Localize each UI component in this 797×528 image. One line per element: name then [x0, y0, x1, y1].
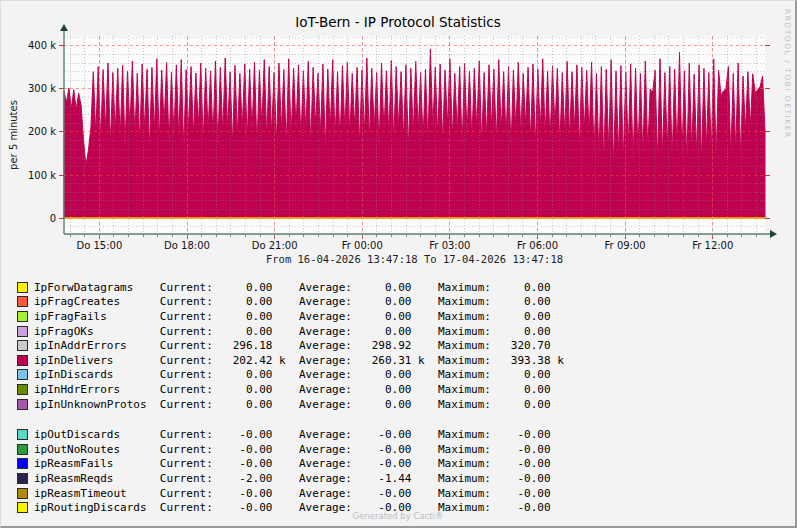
svg-text:Do 21:00: Do 21:00	[252, 240, 298, 251]
legend-color-swatch	[17, 296, 28, 307]
legend-row: ipFragFails Current: 0.00 Average: 0.00 …	[17, 309, 564, 324]
legend-row-text: ipReasmFails Current: -0.00 Average: -0.…	[34, 458, 564, 469]
legend-row-text: ipInUnknownProtos Current: 0.00 Average:…	[34, 399, 564, 410]
legend-row-text: ipFragFails Current: 0.00 Average: 0.00 …	[34, 311, 564, 322]
legend-row-text: ipInAddrErrors Current: 296.18 Average: …	[34, 340, 564, 351]
legend-row-text: ipFragCreates Current: 0.00 Average: 0.0…	[34, 296, 564, 307]
svg-text:Fr 00:00: Fr 00:00	[342, 240, 383, 251]
svg-text:300 k: 300 k	[28, 83, 56, 94]
legend-row: ipFragCreates Current: 0.00 Average: 0.0…	[17, 295, 564, 310]
legend-color-swatch	[17, 311, 28, 322]
svg-text:Fr 12:00: Fr 12:00	[692, 240, 733, 251]
svg-text:100 k: 100 k	[28, 170, 56, 181]
legend-row: IpForwDatagrams Current: 0.00 Average: 0…	[17, 280, 564, 295]
generated-by-cacti-label: Generated by Cacti®	[1, 511, 795, 521]
legend-row-text: ipInHdrErrors Current: 0.00 Average: 0.0…	[34, 384, 564, 395]
legend-color-swatch	[17, 369, 28, 380]
cacti-graph-image: IoT-Bern - IP Protocol Statistics RRDTOO…	[0, 0, 797, 528]
legend-group-spacer	[17, 411, 564, 427]
svg-text:200 k: 200 k	[28, 126, 56, 137]
svg-text:Fr 03:00: Fr 03:00	[429, 240, 470, 251]
legend-row: ipReasmFails Current: -0.00 Average: -0.…	[17, 457, 564, 472]
svg-text:Fr 09:00: Fr 09:00	[605, 240, 646, 251]
legend-color-swatch	[17, 340, 28, 351]
graph-legend: IpForwDatagrams Current: 0.00 Average: 0…	[17, 280, 564, 515]
legend-row-text: ipOutDiscards Current: -0.00 Average: -0…	[34, 429, 564, 440]
legend-color-swatch	[17, 429, 28, 440]
legend-group: IpForwDatagrams Current: 0.00 Average: 0…	[17, 280, 564, 411]
legend-row-text: IpForwDatagrams Current: 0.00 Average: 0…	[34, 282, 564, 293]
svg-text:Fr 06:00: Fr 06:00	[517, 240, 558, 251]
svg-text:400 k: 400 k	[28, 40, 56, 51]
y-axis-arrow-icon	[60, 24, 68, 31]
legend-row: ipOutDiscards Current: -0.00 Average: -0…	[17, 427, 564, 442]
legend-color-swatch	[17, 444, 28, 455]
legend-row: ipInAddrErrors Current: 296.18 Average: …	[17, 338, 564, 353]
legend-row: ipInDelivers Current: 202.42 k Average: …	[17, 353, 564, 368]
legend-row: ipReasmReqds Current: -2.00 Average: -1.…	[17, 471, 564, 486]
legend-color-swatch	[17, 473, 28, 484]
legend-color-swatch	[17, 488, 28, 499]
legend-row: ipInHdrErrors Current: 0.00 Average: 0.0…	[17, 382, 564, 397]
legend-color-swatch	[17, 384, 28, 395]
legend-row-text: ipFragOKs Current: 0.00 Average: 0.00 Ma…	[34, 326, 564, 337]
legend-group: ipOutDiscards Current: -0.00 Average: -0…	[17, 427, 564, 515]
legend-color-swatch	[17, 282, 28, 293]
legend-row-text: ipInDiscards Current: 0.00 Average: 0.00…	[34, 369, 564, 380]
svg-text:Do 18:00: Do 18:00	[164, 240, 210, 251]
x-axis-arrow-icon	[770, 230, 777, 238]
legend-row: ipInDiscards Current: 0.00 Average: 0.00…	[17, 368, 564, 383]
legend-color-swatch	[17, 399, 28, 410]
svg-text:Do 15:00: Do 15:00	[76, 240, 122, 251]
legend-row-text: ipOutNoRoutes Current: -0.00 Average: -0…	[34, 444, 564, 455]
legend-row: ipReasmTimeout Current: -0.00 Average: -…	[17, 486, 564, 501]
legend-row: ipInUnknownProtos Current: 0.00 Average:…	[17, 397, 564, 412]
legend-row: ipOutNoRoutes Current: -0.00 Average: -0…	[17, 442, 564, 457]
legend-color-swatch	[17, 326, 28, 337]
time-range-caption: From 16-04-2026 13:47:18 To 17-04-2026 1…	[266, 253, 563, 265]
legend-row-text: ipInDelivers Current: 202.42 k Average: …	[34, 355, 564, 366]
legend-color-swatch	[17, 458, 28, 469]
svg-text:0: 0	[50, 213, 56, 224]
legend-row: ipFragOKs Current: 0.00 Average: 0.00 Ma…	[17, 324, 564, 339]
legend-row-text: ipReasmReqds Current: -2.00 Average: -1.…	[34, 473, 564, 484]
legend-row-text: ipReasmTimeout Current: -0.00 Average: -…	[34, 488, 564, 499]
legend-color-swatch	[17, 355, 28, 366]
